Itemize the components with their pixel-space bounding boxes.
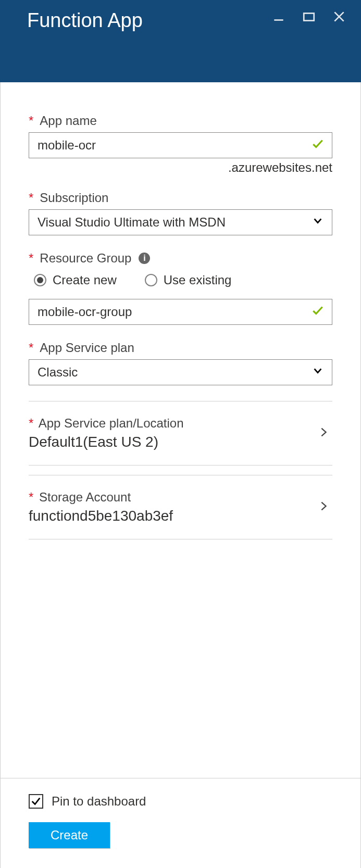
app-name-input-wrap[interactable] <box>29 132 332 158</box>
app-name-label: * App name <box>29 114 332 128</box>
app-service-plan-location-row[interactable]: * App Service plan/Location Default1(Eas… <box>29 401 332 466</box>
app-service-plan-location-label: * App Service plan/Location <box>29 416 184 431</box>
radio-create-new-label: Create new <box>53 273 117 287</box>
radio-icon <box>145 274 157 286</box>
chevron-down-icon <box>312 215 323 230</box>
svg-rect-1 <box>304 14 314 21</box>
close-button[interactable] <box>332 9 346 24</box>
chevron-right-icon <box>318 425 329 442</box>
blade-body: * App name .azurewebsites.net * Subscrip… <box>0 82 361 868</box>
required-asterisk: * <box>29 490 33 504</box>
blade-header: Function App <box>0 0 361 82</box>
checkbox-icon <box>29 794 43 809</box>
maximize-icon <box>302 10 316 23</box>
app-name-input[interactable] <box>38 138 306 153</box>
titlebar-buttons <box>271 9 346 24</box>
required-asterisk: * <box>29 416 33 430</box>
required-asterisk: * <box>29 251 33 266</box>
app-service-plan-select[interactable]: Classic <box>29 359 332 385</box>
subscription-value: Visual Studio Ultimate with MSDN <box>38 215 226 230</box>
radio-icon <box>34 274 46 286</box>
required-asterisk: * <box>29 191 33 205</box>
minimize-icon <box>272 10 285 23</box>
required-asterisk: * <box>29 341 33 355</box>
resource-group-input-wrap[interactable] <box>29 299 332 325</box>
storage-account-value: functiond5be130ab3ef <box>29 508 173 524</box>
chevron-right-icon <box>318 499 329 515</box>
radio-create-new[interactable]: Create new <box>34 273 117 287</box>
subscription-label-text: Subscription <box>40 191 108 205</box>
create-button[interactable]: Create <box>29 822 110 848</box>
app-service-plan-label: * App Service plan <box>29 341 332 355</box>
app-service-plan-label-text: App Service plan <box>40 341 134 355</box>
resource-group-label: * Resource Group i <box>29 251 332 266</box>
storage-account-label-text: Storage Account <box>39 490 131 504</box>
nav-row-content: * Storage Account functiond5be130ab3ef <box>29 490 173 524</box>
subscription-label: * Subscription <box>29 191 332 205</box>
app-service-plan-location-value: Default1(East US 2) <box>29 434 184 450</box>
app-name-suffix: .azurewebsites.net <box>29 160 332 175</box>
valid-check-icon <box>311 304 325 320</box>
valid-check-icon <box>311 137 325 154</box>
info-icon[interactable]: i <box>139 253 150 264</box>
form-area: * App name .azurewebsites.net * Subscrip… <box>1 82 360 778</box>
radio-use-existing[interactable]: Use existing <box>145 273 232 287</box>
resource-group-label-text: Resource Group <box>40 251 131 266</box>
resource-group-input[interactable] <box>38 305 306 319</box>
radio-use-existing-label: Use existing <box>164 273 232 287</box>
close-icon <box>332 10 346 23</box>
app-service-plan-location-label-text: App Service plan/Location <box>39 416 184 430</box>
minimize-button[interactable] <box>271 9 286 24</box>
required-asterisk: * <box>29 114 33 128</box>
app-name-label-text: App name <box>40 114 96 128</box>
nav-row-content: * App Service plan/Location Default1(Eas… <box>29 416 184 450</box>
resource-group-radio-row: Create new Use existing <box>34 273 332 287</box>
storage-account-row[interactable]: * Storage Account functiond5be130ab3ef <box>29 475 332 539</box>
storage-account-label: * Storage Account <box>29 490 173 505</box>
subscription-group: * Subscription Visual Studio Ultimate wi… <box>29 191 332 235</box>
app-name-group: * App name .azurewebsites.net <box>29 114 332 175</box>
maximize-button[interactable] <box>302 9 316 24</box>
chevron-down-icon <box>312 365 323 380</box>
subscription-select[interactable]: Visual Studio Ultimate with MSDN <box>29 209 332 235</box>
pin-to-dashboard-checkbox[interactable]: Pin to dashboard <box>29 794 332 809</box>
app-service-plan-group: * App Service plan Classic <box>29 341 332 385</box>
pin-to-dashboard-label: Pin to dashboard <box>52 794 146 809</box>
footer-area: Pin to dashboard Create <box>1 778 360 868</box>
resource-group-group: * Resource Group i Create new Use existi… <box>29 251 332 325</box>
app-service-plan-value: Classic <box>38 365 78 380</box>
